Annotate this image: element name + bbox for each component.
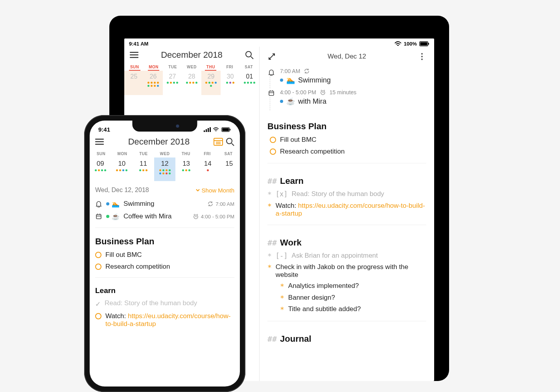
section-learn: Learn: [90, 282, 240, 297]
event-time: 7:00 AM: [280, 68, 300, 74]
cal-day[interactable]: 27: [163, 71, 182, 95]
task-read-done[interactable]: ✓Read: Story of the human body: [90, 297, 240, 310]
svg-point-6: [246, 51, 251, 57]
task-watch[interactable]: Watch: https://eu.udacity.com/course/how…: [90, 310, 240, 330]
iphone-status-time: 9:41: [98, 126, 110, 133]
menu-button[interactable]: [128, 49, 140, 61]
markdown-hash: ##: [267, 334, 277, 344]
cal-day[interactable]: 30: [221, 71, 240, 95]
cal-day[interactable]: 29: [201, 71, 221, 95]
cal-day-selected[interactable]: 12: [154, 158, 176, 181]
svg-rect-4: [130, 55, 138, 56]
task-watch[interactable]: *Watch: https://eu.udacity.com/course/ho…: [264, 200, 429, 219]
wifi-icon: [394, 41, 402, 47]
show-month-button[interactable]: Show Month: [195, 187, 234, 194]
weekday-tue: TUE: [163, 62, 182, 71]
chevron-down-icon: [195, 188, 200, 192]
event-swimming[interactable]: 🏊 Swimming 7:00 AM: [90, 198, 240, 210]
weekday-tue: TUE: [133, 149, 154, 158]
calendar-month-title: December 2018: [105, 137, 212, 147]
ipad-status-bar: 9:41 AM 100%: [124, 38, 434, 47]
section-learn: Learn: [280, 176, 304, 186]
svg-line-28: [232, 143, 234, 146]
alarm-icon: [320, 90, 326, 95]
weekday-mon: MON: [144, 62, 163, 71]
svg-point-27: [227, 138, 232, 144]
weekday-sun: SUN: [90, 149, 112, 158]
task-research[interactable]: Research competition: [264, 146, 429, 158]
search-button[interactable]: [224, 136, 236, 148]
event-coffee[interactable]: 4:00 - 5:00 PM 15 minutes ☕ with Mira: [267, 89, 426, 107]
menu-button[interactable]: [94, 136, 105, 148]
task-read-done[interactable]: *[x]Read: Story of the human body: [264, 189, 429, 200]
check-icon: ✓: [95, 300, 101, 308]
detail-date: Wed, Dec 12: [278, 53, 416, 60]
link-udacity[interactable]: https://eu.udacity.com/course/how-to-bui…: [276, 202, 425, 217]
cal-day[interactable]: 11: [133, 158, 154, 181]
svg-rect-1: [420, 42, 427, 46]
event-title: Swimming: [298, 76, 331, 84]
cal-day[interactable]: 01: [240, 71, 259, 95]
task-check-jakob[interactable]: *Check in with Jakob on the progress wit…: [264, 262, 429, 280]
weekday-wed: WED: [182, 62, 201, 71]
svg-rect-11: [269, 91, 274, 95]
week-view-icon: [214, 138, 223, 146]
iphone-notch: [133, 121, 197, 132]
task-ask-brian[interactable]: *[-]Ask Brian for an appointment: [264, 250, 429, 262]
svg-rect-29: [96, 214, 101, 219]
ipad-status-time: 9:41 AM: [129, 41, 148, 47]
bell-icon: [95, 200, 102, 207]
event-time: 4:00 - 5:00 PM: [280, 89, 316, 95]
svg-rect-22: [95, 144, 104, 145]
cal-day[interactable]: 25: [124, 71, 144, 95]
week-view-button[interactable]: [212, 136, 224, 148]
cal-day[interactable]: 10: [111, 158, 133, 181]
calendar-icon: [95, 213, 102, 220]
weekday-sat: SAT: [218, 149, 239, 158]
cal-day[interactable]: 28: [182, 71, 201, 95]
weekday-sun: SUN: [125, 62, 144, 71]
cal-day[interactable]: 26: [144, 71, 163, 95]
subtask-analytics[interactable]: *Analytics implemented?: [264, 280, 429, 292]
task-fill-bmc[interactable]: Fill out BMC: [264, 134, 429, 146]
task-research[interactable]: Research competition: [90, 261, 240, 273]
subtask-title[interactable]: *Title and subtitle added?: [264, 304, 429, 315]
cal-day[interactable]: 14: [197, 158, 219, 181]
signal-icon: [204, 127, 211, 132]
event-title: Swimming: [123, 200, 204, 208]
ipad-detail-pane: Wed, Dec 12 7:00 AM 🏊 Swimming: [260, 47, 434, 381]
more-button[interactable]: [416, 51, 428, 62]
event-coffee[interactable]: ☕ Coffee with Mira 4:00 - 5:00 PM: [90, 210, 240, 223]
weekday-fri: FRI: [220, 62, 239, 71]
event-title: Coffee with Mira: [123, 212, 189, 220]
calendar-icon: [267, 89, 275, 96]
svg-point-9: [421, 56, 423, 57]
weekday-header: SUN MON TUE WED THU FRI SAT: [124, 62, 259, 71]
svg-rect-20: [95, 139, 104, 140]
cal-day[interactable]: 15: [218, 158, 240, 181]
section-journal: Journal: [280, 334, 311, 344]
cal-day[interactable]: 09: [90, 158, 111, 181]
calendar-week-row: 09 10 11 12 13 14 15: [90, 158, 240, 181]
event-time: 7:00 AM: [216, 201, 234, 207]
weekday-thu: THU: [201, 62, 220, 71]
svg-rect-3: [130, 52, 138, 53]
event-swimming[interactable]: 7:00 AM 🏊 Swimming: [267, 68, 426, 86]
section-business-plan: Business Plan: [90, 233, 240, 249]
subtask-banner[interactable]: *Banner design?: [264, 292, 429, 304]
iphone-screen: 9:41 December 2018 SUN MON TUE WED: [90, 121, 240, 387]
cal-day[interactable]: 13: [175, 158, 197, 181]
svg-rect-14: [206, 129, 207, 132]
weekday-mon: MON: [112, 149, 133, 158]
weekday-sat: SAT: [239, 62, 258, 71]
event-time: 4:00 - 5:00 PM: [201, 214, 234, 220]
calendar-week-row: 25 26 27 28 29 30 01: [124, 71, 259, 95]
task-fill-bmc[interactable]: Fill out BMC: [90, 249, 240, 261]
svg-rect-15: [208, 128, 209, 132]
battery-icon: [221, 127, 231, 132]
svg-rect-19: [230, 128, 230, 130]
svg-rect-16: [210, 127, 211, 132]
expand-button[interactable]: [266, 51, 278, 62]
search-button[interactable]: [243, 49, 255, 61]
calendar-month-title: December 2018: [140, 50, 243, 60]
